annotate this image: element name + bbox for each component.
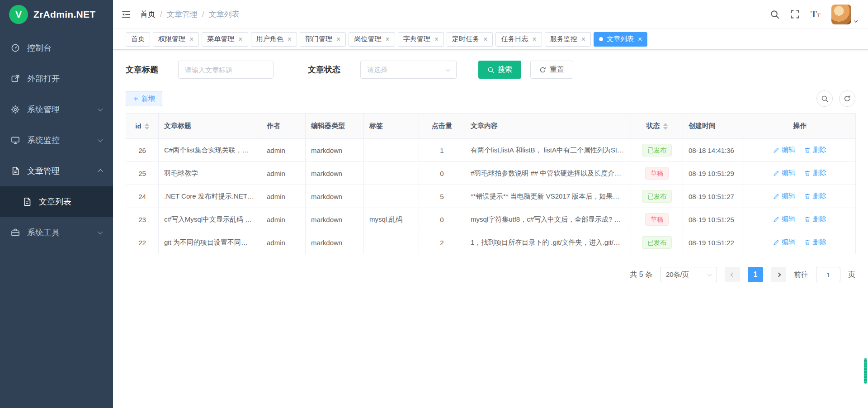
column-header-label: id: [135, 122, 141, 130]
tab-item[interactable]: 定时任务×: [447, 32, 493, 47]
pagination: 共 5 条 20条/页 1 前往 页: [113, 254, 868, 282]
page-size-select[interactable]: 20条/页: [660, 267, 717, 282]
column-header: 标签: [364, 114, 419, 139]
add-button[interactable]: 新增: [126, 91, 162, 106]
edit-button[interactable]: 编辑: [773, 215, 795, 223]
toggle-search-button[interactable]: [816, 90, 833, 107]
tab-item[interactable]: 字典管理×: [398, 32, 444, 47]
chevron-down-icon: [98, 137, 103, 142]
trash-icon: [804, 216, 811, 223]
fullscreen-icon[interactable]: [790, 9, 800, 19]
tab-item[interactable]: 权限管理×: [153, 32, 199, 47]
column-header-label: 操作: [793, 122, 807, 129]
tab-item[interactable]: 用户角色×: [251, 32, 297, 47]
edit-button[interactable]: 编辑: [773, 169, 795, 177]
reset-button[interactable]: 重置: [530, 61, 573, 79]
close-icon[interactable]: ×: [288, 36, 292, 43]
close-icon[interactable]: ×: [189, 36, 193, 43]
sidebar-item-article[interactable]: 文章管理: [0, 156, 113, 186]
cell-status: 已发布: [631, 139, 683, 162]
close-icon[interactable]: ×: [581, 36, 585, 43]
refresh-icon: [539, 66, 546, 73]
search-button[interactable]: 搜索: [478, 61, 521, 79]
cell-editor-type: markdown: [306, 185, 364, 208]
tab-item[interactable]: 岗位管理×: [349, 32, 395, 47]
user-menu[interactable]: [831, 5, 857, 24]
article-table: id文章标题作者编辑器类型标签点击量文章内容状态创建时间操作 26C#两个lis…: [126, 113, 856, 254]
cell-title: 羽毛球教学: [159, 162, 261, 185]
close-icon[interactable]: ×: [532, 36, 536, 43]
search-icon[interactable]: [770, 9, 779, 19]
cell-author: admin: [261, 231, 306, 254]
status-filter-select[interactable]: 请选择: [360, 61, 457, 79]
edit-button[interactable]: 编辑: [773, 238, 795, 247]
delete-button[interactable]: 删除: [804, 146, 826, 154]
avatar[interactable]: [831, 5, 851, 24]
close-icon[interactable]: ×: [483, 36, 487, 43]
close-icon[interactable]: ×: [336, 36, 340, 43]
status-badge: 草稿: [645, 167, 669, 180]
external-link-icon: [11, 74, 20, 83]
column-header[interactable]: 状态: [631, 114, 683, 139]
title-filter-input[interactable]: [178, 61, 274, 79]
delete-button[interactable]: 删除: [804, 238, 826, 247]
title-filter-label: 文章标题: [126, 64, 158, 75]
scrollbar-thumb[interactable]: [864, 358, 867, 384]
cell-editor-type: markdown: [306, 139, 364, 162]
delete-button[interactable]: 删除: [804, 169, 826, 177]
close-icon[interactable]: ×: [385, 36, 389, 43]
tab-item[interactable]: 任务日志×: [495, 32, 542, 47]
sidebar-item-external[interactable]: 外部打开: [0, 63, 113, 94]
sort-icon[interactable]: [145, 123, 149, 130]
article-table-wrap: id文章标题作者编辑器类型标签点击量文章内容状态创建时间操作 26C#两个lis…: [113, 107, 868, 254]
sidebar-item-monitor[interactable]: 系统监控: [0, 125, 113, 156]
edit-icon: [773, 193, 779, 199]
tab-label: 字典管理: [403, 35, 430, 43]
cell-id: 24: [126, 185, 159, 208]
column-header[interactable]: id: [126, 114, 159, 139]
edit-icon: [773, 239, 779, 246]
gear-icon: [11, 105, 20, 114]
cell-id: 25: [126, 162, 159, 185]
trash-icon: [804, 239, 811, 246]
delete-button[interactable]: 删除: [804, 215, 826, 223]
sidebar-item-system[interactable]: 系统管理: [0, 94, 113, 125]
next-page-button[interactable]: [771, 267, 786, 282]
edit-button[interactable]: 编辑: [773, 192, 795, 200]
font-size-icon[interactable]: TT: [811, 9, 821, 19]
topbar: 首页/文章管理/文章列表 TT: [113, 0, 868, 29]
tab-item[interactable]: 首页: [126, 32, 150, 47]
prev-page-button[interactable]: [725, 267, 740, 282]
sidebar-item-label: 系统监控: [27, 135, 60, 146]
sidebar-item-label: 文章管理: [27, 166, 60, 176]
cell-status: 已发布: [631, 185, 683, 208]
sidebar-item-article-list[interactable]: 文章列表: [0, 186, 113, 217]
sidebar-collapse-button[interactable]: [121, 9, 131, 19]
goto-page-input[interactable]: [816, 267, 840, 282]
cell-actions: 编辑删除: [744, 208, 856, 231]
column-header-label: 编辑器类型: [311, 122, 345, 129]
cell-editor-type: markdown: [306, 208, 364, 231]
edit-button[interactable]: 编辑: [773, 146, 795, 154]
plus-icon: [133, 96, 139, 102]
tab-item[interactable]: 文章列表×: [594, 32, 647, 47]
delete-button[interactable]: 删除: [804, 192, 826, 200]
breadcrumb-item[interactable]: 首页: [140, 9, 156, 19]
tab-item[interactable]: 菜单管理×: [202, 32, 248, 47]
page-number-button[interactable]: 1: [748, 267, 763, 282]
close-icon[interactable]: ×: [238, 36, 242, 43]
sidebar-item-tools[interactable]: 系统工具: [0, 217, 113, 248]
cell-author: admin: [261, 208, 306, 231]
cell-content: 1，找到项目所在目录下的 .git/文件夹，进入.git/…: [465, 231, 631, 254]
tab-item[interactable]: 部门管理×: [300, 32, 346, 47]
sidebar-item-dashboard[interactable]: 控制台: [0, 33, 113, 63]
sort-icon[interactable]: [663, 123, 668, 130]
tab-item[interactable]: 服务监控×: [545, 32, 591, 47]
close-icon[interactable]: ×: [434, 36, 439, 43]
close-icon[interactable]: ×: [638, 36, 642, 43]
breadcrumb-item[interactable]: 文章管理: [167, 9, 198, 19]
logo[interactable]: V ZrAdmin.NET: [0, 0, 113, 29]
cell-tag: [364, 231, 419, 254]
cell-clicks: 0: [419, 162, 465, 185]
refresh-table-button[interactable]: [839, 90, 855, 107]
